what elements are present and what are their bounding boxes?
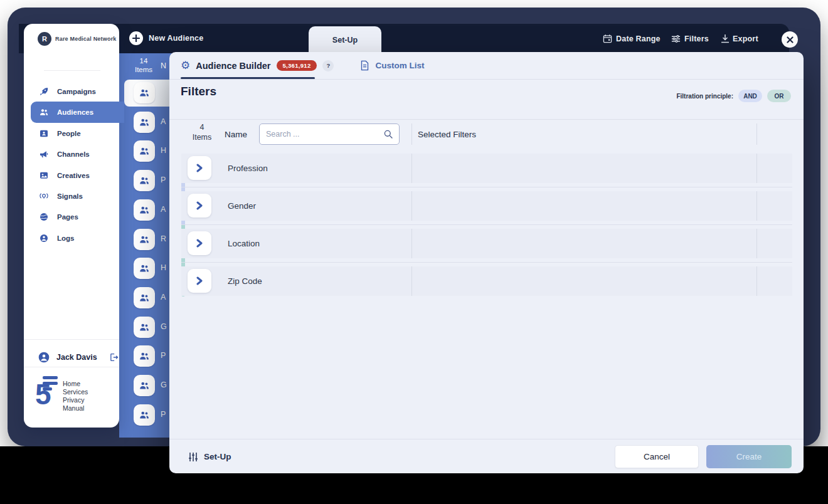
audience-people-icon — [139, 292, 150, 303]
audience-item-label: A — [161, 293, 166, 302]
filter-row-label: Location — [228, 229, 260, 258]
filters-title: Filters — [181, 85, 216, 98]
filter-row-label: Gender — [228, 191, 256, 221]
audience-item[interactable] — [134, 345, 155, 367]
expand-button[interactable] — [188, 231, 211, 255]
audience-builder-modal: ⚙ Audience Builder 5,361,912 ? Custom Li… — [169, 52, 804, 473]
divider — [44, 70, 100, 71]
audience-item[interactable] — [134, 375, 155, 396]
audience-people-icon — [139, 322, 150, 333]
active-tab-underline — [181, 77, 315, 79]
sidebar-item-creatives[interactable]: Creatives — [24, 165, 119, 186]
audience-item[interactable] — [134, 258, 155, 279]
audience-item[interactable] — [134, 287, 155, 308]
audience-people-icon — [139, 117, 150, 128]
filter-row-gender[interactable]: Gender — [181, 191, 792, 221]
tab-set-up[interactable]: Set-Up — [309, 26, 381, 54]
sidebar-item-label: People — [57, 130, 81, 137]
close-button[interactable] — [782, 31, 798, 48]
divider — [169, 119, 804, 120]
calendar-icon — [603, 34, 612, 43]
brand-row: R Rare Medical Network — [38, 32, 117, 46]
logout-icon[interactable] — [109, 352, 119, 362]
row-separator — [181, 224, 792, 225]
audience-item[interactable] — [134, 140, 155, 162]
audience-item[interactable] — [134, 229, 155, 250]
column-divider — [756, 266, 757, 296]
audience-item-label: P — [161, 410, 166, 419]
brand-name: Rare Medical Network — [55, 36, 117, 42]
tab-audience-builder[interactable]: Audience Builder — [196, 61, 270, 71]
contact-card-icon — [39, 129, 49, 139]
sidebar-item-channels[interactable]: Channels — [24, 144, 119, 165]
sidebar-item-people[interactable]: People — [24, 123, 119, 144]
divider — [24, 339, 119, 340]
audience-people-icon — [139, 175, 150, 186]
audience-item-label: H — [161, 146, 166, 155]
new-audience-button[interactable] — [129, 31, 143, 45]
footer-set-up[interactable]: Set-Up — [188, 445, 231, 468]
column-divider — [756, 229, 757, 258]
search-input[interactable] — [260, 124, 399, 144]
audience-people-icon — [139, 234, 150, 245]
audience-item[interactable] — [134, 404, 155, 426]
filter-search — [259, 123, 400, 145]
audience-people-icon — [139, 263, 150, 274]
audience-item-label: G — [161, 381, 167, 389]
cancel-button[interactable]: Cancel — [615, 445, 699, 468]
filters-button[interactable]: Filters — [684, 34, 709, 43]
footer-link-privacy[interactable]: Privacy — [63, 396, 84, 404]
footer-link-services[interactable]: Services — [63, 388, 88, 396]
globe-icon — [39, 212, 49, 222]
filter-row-profession[interactable]: Profession — [181, 154, 792, 183]
row-separator — [181, 262, 792, 263]
close-icon — [787, 36, 794, 43]
audience-people-icon — [139, 380, 150, 391]
rocket-icon — [39, 87, 49, 97]
date-range-button[interactable]: Date Range — [616, 34, 661, 43]
sliders-icon — [671, 34, 681, 43]
footer-set-up-label: Set-Up — [204, 452, 231, 461]
footer-link-manual[interactable]: Manual — [63, 404, 84, 412]
filter-row-zip-code[interactable]: Zip Code — [181, 266, 792, 296]
chevron-right-icon — [196, 164, 203, 172]
audience-item[interactable] — [134, 199, 155, 221]
audience-size-badge: 5,361,912 — [277, 60, 317, 71]
user-row: Jack Davis — [24, 345, 119, 370]
expand-button[interactable] — [188, 156, 211, 180]
expand-button[interactable] — [188, 269, 211, 293]
audience-item[interactable] — [134, 112, 155, 133]
audience-item[interactable] — [134, 317, 155, 338]
user-name: Jack Davis — [56, 353, 97, 362]
document-icon — [360, 60, 369, 71]
filtration-principle: Filtration principle: AND OR — [676, 90, 791, 102]
tab-custom-list[interactable]: Custom List — [375, 61, 424, 70]
column-divider — [411, 229, 412, 258]
audience-item[interactable] — [134, 170, 155, 191]
sidebar-item-campaigns[interactable]: Campaigns — [24, 81, 119, 102]
audiences-icon — [39, 107, 49, 117]
sidebar-item-label: Channels — [57, 150, 90, 158]
sidebar-item-audiences[interactable]: Audiences — [24, 102, 119, 123]
sidebar-item-signals[interactable]: Signals — [24, 186, 119, 207]
chevron-right-icon — [196, 201, 203, 210]
help-badge[interactable]: ? — [322, 60, 334, 71]
audience-people-icon — [139, 145, 150, 157]
new-audience-label[interactable]: New Audience — [149, 34, 203, 43]
name-column-header: Name — [225, 130, 247, 139]
audience-people-icon — [139, 204, 150, 216]
expand-button[interactable] — [188, 194, 211, 218]
footer-link-home[interactable]: Home — [63, 380, 80, 387]
audience-item[interactable] — [134, 82, 155, 103]
audience-item-label: G — [161, 322, 167, 331]
filter-row-location[interactable]: Location — [181, 229, 792, 258]
export-button[interactable]: Export — [733, 34, 758, 43]
megaphone-icon — [39, 149, 49, 159]
row-separator — [181, 187, 792, 187]
and-toggle[interactable]: AND — [738, 90, 762, 102]
sidebar-item-logs[interactable]: Logs — [24, 228, 119, 249]
selected-filters-column-header: Selected Filters — [418, 130, 476, 139]
create-button[interactable]: Create — [706, 445, 792, 468]
sidebar-item-pages[interactable]: Pages — [24, 206, 119, 228]
or-toggle[interactable]: OR — [767, 90, 791, 102]
